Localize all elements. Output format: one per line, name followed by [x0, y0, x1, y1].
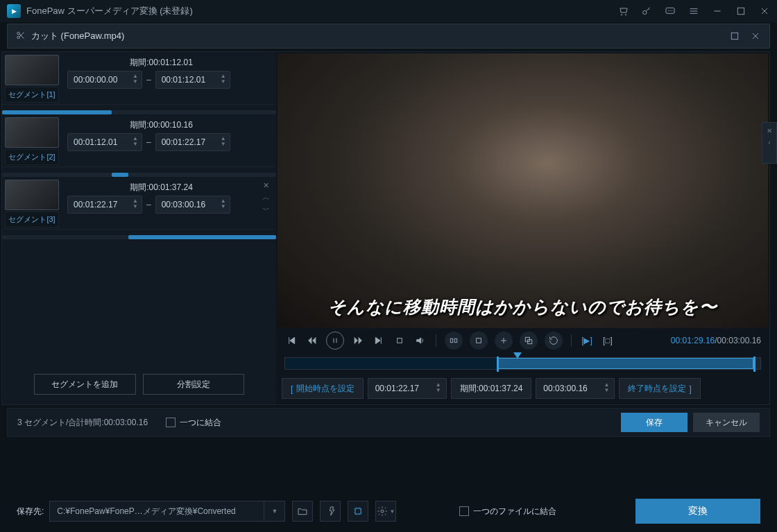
output-label: 保存先:: [17, 506, 44, 517]
copy-segment-icon[interactable]: [520, 332, 538, 350]
undo-icon[interactable]: [545, 332, 563, 350]
cart-icon[interactable]: [617, 6, 629, 17]
merge-file-checkbox[interactable]: 一つのファイルに結合: [459, 506, 556, 517]
svg-rect-7: [737, 8, 744, 14]
feedback-icon[interactable]: [665, 6, 676, 17]
segments-panel: セグメント[1] 期間:00:01:12.01 00:00:00.00▲▼ – …: [2, 52, 276, 404]
segment-duration: 期間:00:01:12.01: [67, 55, 255, 71]
close-icon[interactable]: [759, 6, 770, 17]
preview-panel: そんなに移動時間はかからないのでお待ちを〜 [▶] [□] 00:01:29.1…: [276, 52, 769, 404]
segment-thumbnail: [5, 55, 59, 85]
timeline[interactable]: [276, 352, 769, 372]
cut-panel-header: カット (FonePaw.mp4): [7, 24, 770, 49]
segment-end-input[interactable]: 00:03:00.16▲▼: [155, 196, 230, 214]
segment-label: セグメント[1]: [5, 87, 59, 103]
svg-point-2: [643, 10, 647, 14]
trim-controls: [開始時点を設定 00:01:22.17▲▼ 期間:00:01:37.24 00…: [276, 372, 769, 404]
svg-rect-10: [731, 33, 737, 39]
segment-label: セグメント[2]: [5, 149, 59, 165]
gpu-icon[interactable]: [348, 501, 368, 522]
segment-thumbnail: [5, 180, 59, 210]
segment-row[interactable]: セグメント[1] 期間:00:01:12.01 00:00:00.00▲▼ – …: [2, 52, 276, 105]
svg-point-6: [672, 10, 672, 11]
cancel-button[interactable]: キャンセル: [693, 413, 760, 432]
add-marker-icon[interactable]: [495, 332, 513, 350]
output-path[interactable]: C:¥FonePaw¥FoneP…メディア変換¥Converted: [49, 501, 264, 522]
panel-maximize-icon[interactable]: [729, 31, 740, 42]
trim-tool-icon[interactable]: [470, 332, 488, 350]
skip-end-icon[interactable]: [372, 334, 386, 347]
video-preview[interactable]: そんなに移動時間はかからないのでお待ちを〜: [278, 53, 768, 328]
segment-thumbnail: [5, 117, 59, 148]
player-controls: [▶] [□] 00:01:29.16/00:03:00.16: [276, 329, 769, 352]
svg-point-4: [668, 10, 669, 11]
segment-duration: 期間:00:00:10.16: [67, 117, 255, 133]
hw-accel-off-icon[interactable]: [320, 501, 341, 522]
svg-rect-14: [477, 338, 481, 343]
segment-start-input[interactable]: 00:01:22.17▲▼: [67, 196, 142, 214]
set-end-button[interactable]: 終了時点を設定]: [619, 378, 701, 399]
set-start-button[interactable]: [開始時点を設定: [282, 378, 364, 399]
segment-delete-icon[interactable]: ✕: [263, 181, 269, 190]
play-pause-button[interactable]: [326, 332, 344, 350]
cut-panel-title: カット (FonePaw.mp4): [31, 30, 124, 42]
preview-subtitle: そんなに移動時間はかからないのでお待ちを〜: [278, 295, 768, 318]
segment-range-slider[interactable]: [2, 235, 276, 239]
total-time: 00:03:00.16: [717, 336, 761, 345]
segment-range-slider[interactable]: [2, 110, 276, 114]
segment-row[interactable]: セグメント[2] 期間:00:00:10.16 00:01:12.01▲▼ – …: [2, 114, 276, 167]
segment-end-input[interactable]: 00:01:22.17▲▼: [155, 133, 230, 151]
start-time-input[interactable]: 00:01:22.17▲▼: [368, 378, 447, 399]
path-dropdown[interactable]: ▼: [264, 501, 285, 522]
svg-point-1: [625, 15, 626, 15]
summary-bar: 3 セグメント/合計時間:00:03:00.16 一つに結合 保存 キャンセル: [7, 408, 770, 437]
segment-range-slider[interactable]: [2, 173, 276, 177]
svg-rect-12: [450, 338, 452, 342]
segment-end-input[interactable]: 00:01:12.01▲▼: [155, 71, 230, 89]
bracket-in-icon[interactable]: [▶]: [580, 334, 594, 347]
svg-point-5: [670, 10, 671, 11]
skip-start-icon[interactable]: [284, 334, 298, 347]
minimize-icon[interactable]: [712, 6, 723, 17]
summary-text: 3 セグメント/合計時間:00:03:00.16: [17, 417, 148, 429]
folder-icon[interactable]: [292, 501, 313, 522]
bracket-out-icon[interactable]: [□]: [601, 334, 615, 347]
segment-down-icon[interactable]: ﹀: [262, 205, 270, 215]
preview-frame: [278, 53, 768, 328]
svg-point-0: [621, 15, 622, 15]
volume-icon[interactable]: [413, 334, 427, 347]
segment-up-icon[interactable]: ︿: [262, 192, 270, 203]
convert-button[interactable]: 変換: [635, 499, 760, 524]
side-close-icon[interactable]: ✕: [767, 127, 772, 135]
split-settings-button[interactable]: 分割設定: [143, 374, 245, 395]
segment-duration: 期間:00:01:37.24: [67, 180, 255, 196]
step-fwd-icon[interactable]: [351, 334, 365, 347]
segment-row[interactable]: セグメント[3] 期間:00:01:37.24 00:01:22.17▲▼ – …: [2, 177, 276, 230]
segment-label: セグメント[3]: [5, 212, 59, 228]
stop-icon[interactable]: [393, 334, 407, 347]
maximize-icon[interactable]: [735, 6, 746, 17]
segment-start-input[interactable]: 00:00:00.00▲▼: [67, 71, 142, 89]
scissors-icon: [16, 31, 26, 42]
panel-close-icon[interactable]: [750, 31, 761, 42]
app-title: FonePaw スーパーメディア変換 (未登録): [26, 5, 193, 17]
current-time: 00:01:29.16: [671, 336, 715, 345]
menu-icon[interactable]: [688, 6, 699, 17]
step-back-icon[interactable]: [305, 334, 319, 347]
save-button[interactable]: 保存: [621, 413, 688, 432]
split-tool-icon[interactable]: [445, 332, 463, 350]
segment-start-input[interactable]: 00:01:12.01▲▼: [67, 133, 142, 151]
side-collapse-icon[interactable]: ‹: [768, 139, 770, 146]
key-icon[interactable]: [641, 6, 652, 17]
workspace: セグメント[1] 期間:00:01:12.01 00:00:00.00▲▼ – …: [1, 51, 770, 405]
merge-one-checkbox[interactable]: 一つに結合: [166, 417, 221, 429]
side-tab[interactable]: ✕ ‹: [762, 122, 777, 164]
svg-point-18: [381, 510, 384, 513]
titlebar: FonePaw スーパーメディア変換 (未登録): [0, 0, 777, 22]
playhead-marker[interactable]: [513, 352, 522, 359]
bottom-bar: 保存先: C:¥FonePaw¥FoneP…メディア変換¥Converted ▼…: [0, 490, 777, 532]
svg-rect-17: [355, 508, 361, 514]
add-segment-button[interactable]: セグメントを追加: [34, 374, 136, 395]
end-time-input[interactable]: 00:03:00.16▲▼: [536, 378, 615, 399]
settings-icon[interactable]: ▼: [375, 501, 396, 522]
